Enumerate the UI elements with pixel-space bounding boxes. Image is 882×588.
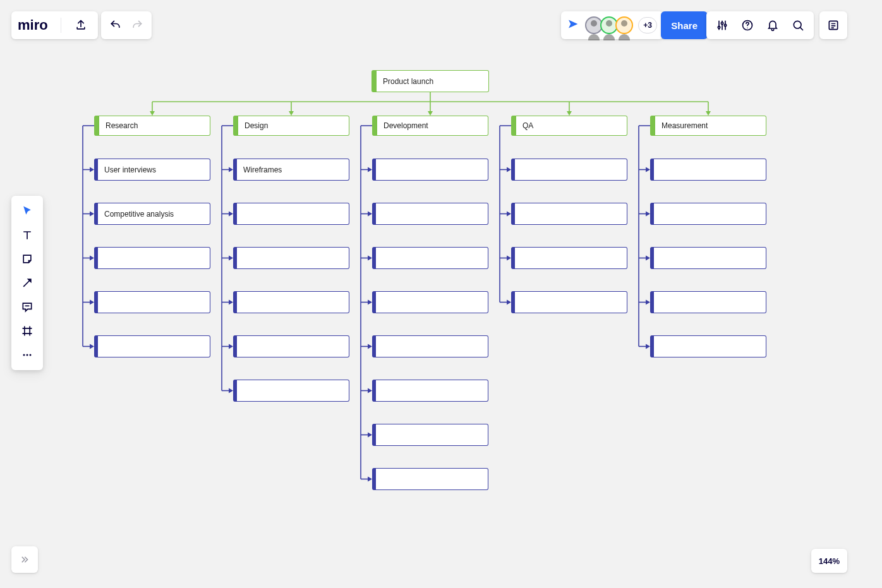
item-node[interactable]: Wireframes bbox=[233, 159, 349, 181]
item-node[interactable] bbox=[372, 468, 488, 490]
frame-icon bbox=[21, 325, 33, 337]
text-tool[interactable] bbox=[15, 224, 40, 246]
item-node[interactable]: User interviews bbox=[94, 159, 210, 181]
dots-icon bbox=[21, 349, 33, 361]
item-node[interactable] bbox=[233, 203, 349, 225]
root-node[interactable]: Product launch bbox=[372, 70, 489, 92]
svg-point-8 bbox=[27, 354, 28, 356]
node-label: Design bbox=[245, 121, 268, 130]
category-node[interactable]: Research bbox=[94, 116, 210, 136]
collapse-toolbar-button[interactable] bbox=[11, 546, 38, 573]
item-node[interactable] bbox=[511, 291, 627, 313]
undo-icon bbox=[109, 19, 122, 32]
topbar: miro +3 Share bbox=[0, 11, 882, 39]
side-toolbar bbox=[11, 196, 43, 370]
svg-point-1 bbox=[721, 22, 723, 24]
svg-point-7 bbox=[23, 354, 25, 356]
search-icon bbox=[792, 19, 804, 32]
item-node[interactable] bbox=[233, 247, 349, 269]
notes-panel-button[interactable] bbox=[819, 11, 847, 39]
item-node[interactable] bbox=[94, 335, 210, 357]
line-tool[interactable] bbox=[15, 272, 40, 294]
item-node[interactable] bbox=[233, 335, 349, 357]
comment-tool[interactable] bbox=[15, 296, 40, 318]
item-node[interactable] bbox=[372, 424, 488, 446]
canvas[interactable]: Product launchResearchUser interviewsCom… bbox=[0, 0, 882, 588]
svg-point-4 bbox=[747, 28, 747, 28]
item-node[interactable] bbox=[650, 291, 766, 313]
item-node[interactable] bbox=[650, 159, 766, 181]
item-node[interactable] bbox=[372, 203, 488, 225]
sticky-note-tool[interactable] bbox=[15, 248, 40, 270]
more-tools[interactable] bbox=[15, 344, 40, 366]
category-node[interactable]: Design bbox=[233, 116, 349, 136]
node-label: Product launch bbox=[383, 77, 433, 86]
item-node[interactable] bbox=[650, 247, 766, 269]
item-node[interactable] bbox=[650, 335, 766, 357]
svg-point-2 bbox=[724, 24, 726, 26]
item-node[interactable] bbox=[372, 159, 488, 181]
svg-point-5 bbox=[794, 21, 801, 28]
text-icon bbox=[21, 229, 33, 241]
item-node[interactable] bbox=[233, 291, 349, 313]
tools-panel bbox=[706, 11, 814, 39]
undo-button[interactable] bbox=[105, 15, 126, 36]
export-icon bbox=[75, 19, 87, 32]
app-logo[interactable]: miro bbox=[18, 17, 48, 33]
select-tool[interactable] bbox=[15, 200, 40, 222]
item-node[interactable] bbox=[372, 380, 488, 402]
category-node[interactable]: Development bbox=[372, 116, 488, 136]
node-label: User interviews bbox=[104, 165, 156, 174]
redo-icon bbox=[131, 19, 143, 32]
node-label: Competitive analysis bbox=[104, 210, 174, 219]
settings-button[interactable] bbox=[711, 15, 733, 36]
node-label: Research bbox=[106, 121, 138, 130]
help-icon bbox=[741, 19, 754, 32]
share-button[interactable]: Share bbox=[661, 11, 708, 39]
node-label: Development bbox=[384, 121, 428, 130]
svg-point-0 bbox=[718, 27, 720, 28]
svg-point-9 bbox=[30, 354, 32, 356]
node-label: QA bbox=[523, 121, 533, 130]
avatars bbox=[585, 16, 633, 34]
item-node[interactable] bbox=[650, 203, 766, 225]
help-button[interactable] bbox=[737, 15, 758, 36]
item-node[interactable] bbox=[94, 291, 210, 313]
frame-tool[interactable] bbox=[15, 320, 40, 342]
notes-icon bbox=[827, 19, 840, 32]
avatar[interactable] bbox=[615, 16, 633, 34]
comment-icon bbox=[21, 301, 33, 313]
node-label: Wireframes bbox=[243, 165, 282, 174]
item-node[interactable] bbox=[511, 203, 627, 225]
sticky-note-icon bbox=[21, 253, 33, 265]
item-node[interactable] bbox=[233, 380, 349, 402]
zoom-indicator[interactable]: 144% bbox=[811, 549, 847, 573]
presentation-icon[interactable] bbox=[567, 19, 580, 32]
item-node[interactable] bbox=[372, 291, 488, 313]
cursor-icon bbox=[21, 205, 33, 217]
item-node[interactable] bbox=[372, 247, 488, 269]
category-node[interactable]: QA bbox=[511, 116, 627, 136]
divider bbox=[61, 18, 61, 33]
arrow-icon bbox=[21, 277, 33, 289]
item-node[interactable] bbox=[94, 247, 210, 269]
redo-button[interactable] bbox=[126, 15, 148, 36]
app-panel: miro bbox=[11, 11, 98, 39]
item-node[interactable]: Competitive analysis bbox=[94, 203, 210, 225]
chevrons-right-icon bbox=[19, 554, 30, 565]
item-node[interactable] bbox=[511, 159, 627, 181]
category-node[interactable]: Measurement bbox=[650, 116, 766, 136]
export-button[interactable] bbox=[70, 15, 92, 36]
avatars-more[interactable]: +3 bbox=[638, 17, 657, 33]
item-node[interactable] bbox=[511, 247, 627, 269]
bell-icon bbox=[766, 19, 779, 32]
history-panel bbox=[101, 11, 152, 39]
notifications-button[interactable] bbox=[762, 15, 783, 36]
search-button[interactable] bbox=[787, 15, 809, 36]
sliders-icon bbox=[716, 19, 728, 32]
presence-panel: +3 bbox=[561, 11, 663, 39]
node-label: Measurement bbox=[662, 121, 708, 130]
item-node[interactable] bbox=[372, 335, 488, 357]
zoom-value: 144% bbox=[819, 556, 840, 566]
